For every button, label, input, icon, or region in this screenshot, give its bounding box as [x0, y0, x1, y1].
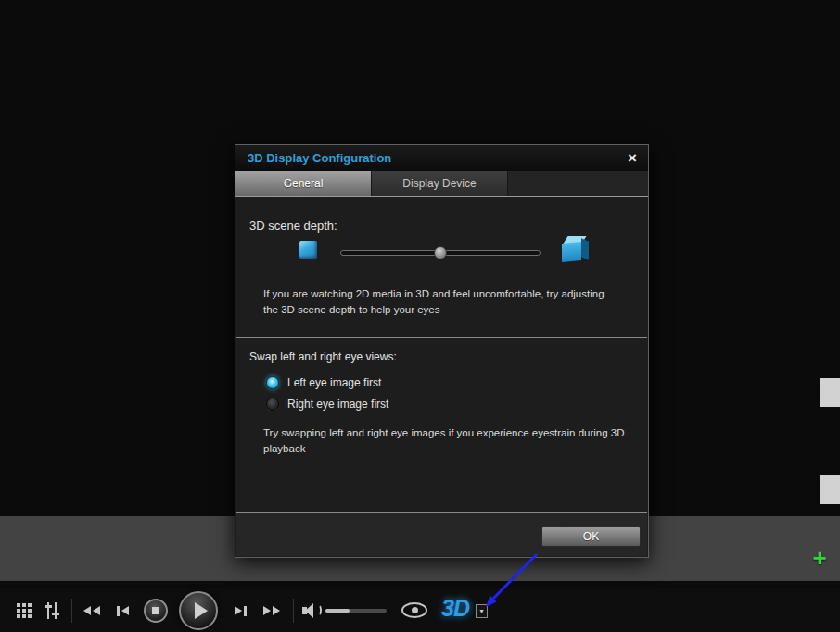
player-toolbar: 3D ▾: [0, 588, 840, 632]
ok-button[interactable]: OK: [541, 526, 641, 547]
add-icon[interactable]: +: [808, 547, 831, 569]
window-fragment: [820, 378, 840, 407]
close-icon[interactable]: ×: [626, 150, 639, 166]
tab-general[interactable]: General: [235, 171, 372, 196]
dialog-tabs: General Display Device: [235, 171, 648, 197]
scene-depth-hint: If you are watching 2D media in 3D and f…: [263, 286, 612, 318]
radio-left-eye-first[interactable]: Left eye image first: [266, 376, 381, 389]
radio-selected-icon: [266, 376, 279, 389]
volume-fill: [325, 609, 350, 613]
grid-menu-icon[interactable]: [17, 603, 32, 619]
large-depth-cube-icon: [562, 236, 593, 264]
tab-display-device[interactable]: Display Device: [372, 171, 508, 196]
3d-preview-eye-icon[interactable]: [401, 602, 427, 618]
volume-slider[interactable]: [325, 609, 387, 613]
3d-mode-button[interactable]: 3D: [441, 595, 469, 622]
3d-dropdown-button[interactable]: ▾: [476, 604, 488, 618]
scene-depth-label: 3D scene depth:: [249, 219, 337, 233]
small-depth-cube-icon: [299, 241, 317, 259]
section-divider: [236, 337, 647, 338]
fast-forward-button[interactable]: [260, 603, 284, 618]
app-window: + 3D Display Configuration × General Dis…: [0, 0, 840, 632]
dialog-title: 3D Display Configuration: [248, 151, 626, 165]
radio-label: Left eye image first: [287, 376, 381, 389]
play-button[interactable]: [179, 591, 218, 630]
stop-button[interactable]: [144, 599, 168, 623]
next-button[interactable]: [230, 603, 250, 618]
previous-button[interactable]: [112, 603, 133, 618]
radio-right-eye-first[interactable]: Right eye image first: [266, 398, 388, 411]
slider-thumb[interactable]: [434, 246, 447, 259]
rewind-button[interactable]: [80, 603, 104, 618]
3d-display-config-dialog: 3D Display Configuration × General Displ…: [235, 144, 649, 558]
dialog-titlebar: 3D Display Configuration ×: [235, 145, 648, 171]
section-divider: [236, 512, 647, 513]
radio-unselected-icon: [266, 398, 279, 411]
toolbar-separator: [293, 599, 294, 623]
volume-icon[interactable]: [302, 602, 324, 619]
window-fragment: [820, 475, 840, 504]
tuning-sliders-icon[interactable]: [44, 602, 60, 619]
scene-depth-slider[interactable]: [340, 245, 541, 261]
radio-label: Right eye image first: [287, 398, 388, 411]
swap-views-label: Swap left and right eye views:: [249, 350, 397, 363]
toolbar-separator: [71, 599, 72, 623]
swap-views-hint: Try swapping left and right eye images i…: [263, 425, 629, 457]
